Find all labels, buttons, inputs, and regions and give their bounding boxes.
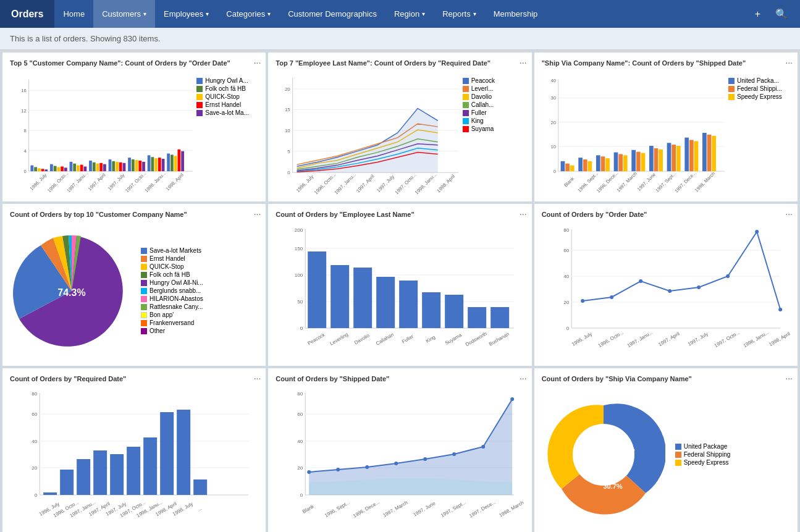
svg-point-222: [365, 465, 369, 469]
svg-rect-140: [422, 292, 440, 328]
svg-text:30.7%: 30.7%: [603, 483, 622, 490]
svg-text:150: 150: [295, 246, 303, 251]
dashboard: Top 5 "Customer Company Name": Count of …: [0, 50, 800, 532]
svg-rect-48: [174, 156, 177, 172]
svg-rect-11: [30, 166, 33, 172]
svg-point-170: [778, 308, 782, 311]
brand[interactable]: Orders: [0, 0, 54, 28]
svg-text:1996, Octo...: 1996, Octo...: [597, 329, 624, 348]
svg-rect-28: [96, 164, 99, 171]
reports-caret: ▾: [473, 11, 476, 17]
svg-text:1998, Janu...: 1998, Janu...: [742, 329, 770, 348]
chart-menu-8[interactable]: ···: [520, 373, 527, 383]
svg-rect-189: [43, 492, 57, 495]
svg-text:20: 20: [32, 465, 37, 471]
navbar-right: + 🔍: [743, 0, 800, 28]
svg-text:200: 200: [295, 227, 303, 233]
svg-point-166: [668, 289, 672, 293]
svg-text:40: 40: [298, 439, 303, 444]
chart-menu-7[interactable]: ···: [254, 373, 261, 383]
nav-demographics[interactable]: Customer Demographics: [279, 0, 385, 28]
svg-text:10: 10: [550, 144, 555, 150]
svg-rect-15: [44, 170, 48, 172]
svg-rect-12: [34, 167, 37, 172]
svg-text:10: 10: [285, 128, 290, 133]
nav-reports[interactable]: Reports ▾: [434, 0, 485, 28]
nav-membership[interactable]: Membership: [485, 0, 547, 28]
svg-rect-89: [560, 161, 565, 171]
svg-rect-36: [128, 158, 131, 171]
chart-menu-9[interactable]: ···: [785, 373, 793, 383]
svg-rect-104: [649, 146, 654, 171]
nav-employees[interactable]: Employees ▾: [155, 0, 217, 28]
chart-svg-7: 0 20 40 60 80 1996, July 1996, Octo... 1…: [10, 387, 258, 532]
svg-rect-92: [578, 158, 583, 171]
svg-text:Dodsworth: Dodsworth: [465, 331, 488, 347]
svg-text:8: 8: [24, 128, 27, 133]
svg-text:1997, April: 1997, April: [657, 331, 680, 347]
svg-text:60: 60: [32, 412, 37, 417]
svg-text:20: 20: [298, 465, 303, 471]
svg-text:1998, April: 1998, April: [165, 172, 185, 192]
svg-rect-33: [116, 162, 119, 171]
svg-rect-14: [41, 169, 44, 172]
svg-text:1997, April: 1997, April: [355, 174, 376, 194]
svg-rect-40: [142, 162, 145, 171]
svg-rect-115: [712, 136, 716, 171]
chart-legend-9: United Package Federal Shipping Speedy E…: [675, 443, 731, 466]
svg-text:1997, Dece...: 1997, Dece...: [468, 499, 497, 519]
chart-svg-8: 0 20 40 60 80 Blank 1996, Sept... 1996, …: [276, 387, 524, 532]
svg-rect-112: [694, 141, 698, 172]
svg-rect-35: [123, 163, 126, 171]
chart-svg-1: 0 4 8 12 16: [10, 71, 193, 196]
svg-rect-198: [193, 479, 207, 495]
svg-rect-91: [570, 166, 575, 172]
chart-card-6: Count of Orders by "Order Date" ··· 0 20…: [534, 204, 798, 365]
chart-menu-2[interactable]: ···: [520, 57, 527, 67]
svg-rect-24: [80, 165, 83, 172]
svg-rect-111: [689, 140, 694, 172]
chart-title-2: Top 7 "Employee Last Name": Count of Ord…: [276, 59, 524, 67]
chart-title-6: Count of Orders by "Order Date": [542, 210, 790, 219]
svg-rect-32: [112, 161, 115, 171]
svg-rect-107: [667, 143, 671, 172]
svg-text:Peacock: Peacock: [307, 331, 327, 346]
nav-categories[interactable]: Categories ▾: [217, 0, 279, 28]
svg-rect-42: [151, 157, 154, 171]
add-icon[interactable]: +: [750, 6, 765, 22]
svg-rect-109: [676, 146, 681, 171]
svg-rect-197: [177, 410, 190, 495]
svg-point-227: [510, 397, 514, 401]
nav-region[interactable]: Region ▾: [385, 0, 434, 28]
svg-rect-49: [177, 150, 180, 171]
svg-text:40: 40: [550, 78, 555, 83]
chart-menu-4[interactable]: ···: [254, 209, 261, 219]
svg-text:Leverling: Leverling: [329, 331, 350, 346]
svg-point-221: [336, 468, 340, 471]
chart-menu-1[interactable]: ···: [254, 57, 261, 67]
svg-text:60: 60: [563, 248, 569, 253]
svg-rect-41: [148, 156, 151, 172]
svg-rect-97: [605, 158, 610, 171]
svg-text:12: 12: [21, 108, 26, 114]
chart-title-1: Top 5 "Customer Company Name": Count of …: [10, 59, 258, 67]
chart-title-8: Count of Orders by "Shipped Date": [276, 374, 524, 383]
svg-rect-26: [89, 161, 92, 171]
nav-customers[interactable]: Customers ▾: [93, 0, 155, 28]
svg-point-226: [481, 445, 485, 449]
chart-menu-5[interactable]: ···: [520, 209, 527, 219]
chart-legend-2: Peacock Leverl... Davolio Callah... Full…: [463, 71, 524, 132]
svg-rect-31: [109, 159, 112, 171]
svg-text:4: 4: [24, 148, 27, 154]
employees-caret: ▾: [206, 11, 209, 17]
svg-text:1997, Sept...: 1997, Sept...: [440, 499, 467, 518]
svg-point-225: [452, 452, 456, 456]
chart-menu-3[interactable]: ···: [785, 57, 793, 67]
svg-text:20: 20: [285, 87, 290, 92]
nav-home[interactable]: Home: [54, 0, 93, 28]
chart-menu-6[interactable]: ···: [785, 209, 793, 219]
svg-rect-45: [162, 159, 165, 171]
chart-legend-1: Hungry Owl A... Folk och fä HB QUICK-Sto…: [196, 71, 258, 116]
search-icon[interactable]: 🔍: [770, 6, 793, 22]
chart-content-2: 0 5 10 15 20: [276, 71, 524, 196]
